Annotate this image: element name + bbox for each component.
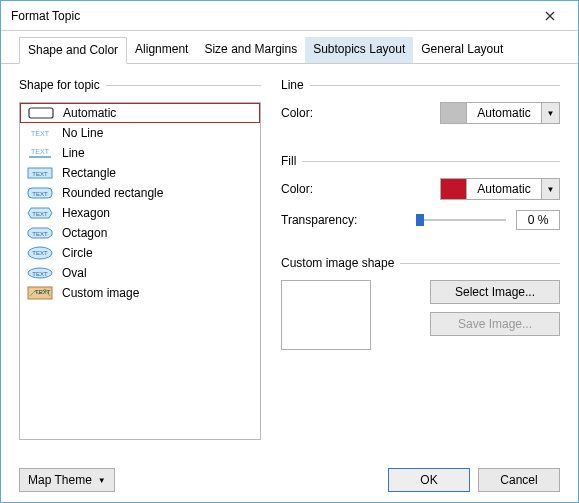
- select-image-button[interactable]: Select Image...: [430, 280, 560, 304]
- line-icon: TEXT: [26, 146, 54, 160]
- slider-thumb[interactable]: [416, 214, 424, 226]
- line-color-combo[interactable]: Automatic ▼: [440, 102, 560, 124]
- fill-color-swatch: [441, 179, 467, 199]
- cancel-button[interactable]: Cancel: [478, 468, 560, 492]
- triangle-down-icon: ▼: [98, 476, 106, 485]
- line-color-value: Automatic: [467, 106, 541, 120]
- shape-item-no-line[interactable]: TEXT No Line: [20, 123, 260, 143]
- shape-list[interactable]: Automatic TEXT No Line TEXT Line: [19, 102, 261, 440]
- shape-item-automatic[interactable]: Automatic: [20, 103, 260, 123]
- chevron-down-icon: ▼: [541, 103, 559, 123]
- line-group: Line Color: Automatic ▼: [281, 78, 560, 124]
- svg-text:TEXT: TEXT: [31, 148, 50, 155]
- shape-item-oval[interactable]: TEXT Oval: [20, 263, 260, 283]
- dialog-footer: Map Theme ▼ OK Cancel: [19, 468, 560, 492]
- fill-group: Fill Color: Automatic ▼ Transparency:: [281, 154, 560, 230]
- hexagon-icon: TEXT: [26, 206, 54, 220]
- custom-image-shape-group: Custom image shape Select Image... Save …: [281, 256, 560, 350]
- transparency-slider[interactable]: [416, 210, 506, 230]
- map-theme-label: Map Theme: [28, 473, 92, 487]
- svg-text:TEXT: TEXT: [32, 271, 48, 277]
- shape-item-rectangle[interactable]: TEXT Rectangle: [20, 163, 260, 183]
- shape-item-octagon[interactable]: TEXT Octagon: [20, 223, 260, 243]
- transparency-value[interactable]: 0 %: [516, 210, 560, 230]
- line-color-label: Color:: [281, 106, 381, 120]
- window-title: Format Topic: [11, 9, 530, 23]
- svg-text:TEXT: TEXT: [32, 211, 48, 217]
- shape-item-circle[interactable]: TEXT Circle: [20, 243, 260, 263]
- right-pane: Line Color: Automatic ▼ Fill: [261, 78, 560, 458]
- circle-icon: TEXT: [26, 246, 54, 260]
- tab-size-and-margins[interactable]: Size and Margins: [196, 37, 305, 63]
- fill-color-label: Color:: [281, 182, 381, 196]
- oval-icon: TEXT: [26, 266, 54, 280]
- shape-group-title: Shape for topic: [19, 78, 106, 92]
- no-line-icon: TEXT: [26, 126, 54, 140]
- fill-group-title: Fill: [281, 154, 302, 168]
- close-button[interactable]: [530, 1, 570, 30]
- map-theme-button[interactable]: Map Theme ▼: [19, 468, 115, 492]
- auto-rect-icon: [27, 106, 55, 120]
- shape-item-line[interactable]: TEXT Line: [20, 143, 260, 163]
- tab-shape-and-color[interactable]: Shape and Color: [19, 37, 127, 64]
- svg-text:TEXT: TEXT: [32, 250, 48, 256]
- ok-button[interactable]: OK: [388, 468, 470, 492]
- custom-image-icon: TEXT: [26, 286, 54, 300]
- svg-text:TEXT: TEXT: [32, 231, 48, 237]
- content-area: Shape for topic Automatic TEXT No: [1, 64, 578, 458]
- tab-general-layout[interactable]: General Layout: [413, 37, 511, 63]
- fill-color-combo[interactable]: Automatic ▼: [440, 178, 560, 200]
- svg-text:TEXT: TEXT: [32, 171, 48, 177]
- tab-subtopics-layout[interactable]: Subtopics Layout: [305, 37, 413, 63]
- octagon-icon: TEXT: [26, 226, 54, 240]
- svg-text:TEXT: TEXT: [35, 289, 51, 295]
- custom-image-preview: [281, 280, 371, 350]
- close-icon: [545, 11, 555, 21]
- svg-text:TEXT: TEXT: [32, 191, 48, 197]
- tab-alignment[interactable]: Alignment: [127, 37, 196, 63]
- svg-rect-2: [29, 108, 53, 118]
- shape-for-topic-group: Shape for topic Automatic TEXT No: [19, 78, 261, 440]
- fill-color-value: Automatic: [467, 182, 541, 196]
- save-image-button: Save Image...: [430, 312, 560, 336]
- shape-item-custom-image[interactable]: TEXT Custom image: [20, 283, 260, 303]
- rounded-rectangle-icon: TEXT: [26, 186, 54, 200]
- shape-item-rounded-rectangle[interactable]: TEXT Rounded rectangle: [20, 183, 260, 203]
- svg-text:TEXT: TEXT: [31, 130, 50, 137]
- transparency-label: Transparency:: [281, 213, 391, 227]
- rectangle-icon: TEXT: [26, 166, 54, 180]
- format-topic-dialog: Format Topic Shape and Color Alignment S…: [0, 0, 579, 503]
- custom-group-title: Custom image shape: [281, 256, 400, 270]
- tab-bar: Shape and Color Alignment Size and Margi…: [1, 31, 578, 64]
- left-pane: Shape for topic Automatic TEXT No: [19, 78, 261, 458]
- shape-item-hexagon[interactable]: TEXT Hexagon: [20, 203, 260, 223]
- line-group-title: Line: [281, 78, 310, 92]
- line-color-swatch: [441, 103, 467, 123]
- chevron-down-icon: ▼: [541, 179, 559, 199]
- titlebar: Format Topic: [1, 1, 578, 31]
